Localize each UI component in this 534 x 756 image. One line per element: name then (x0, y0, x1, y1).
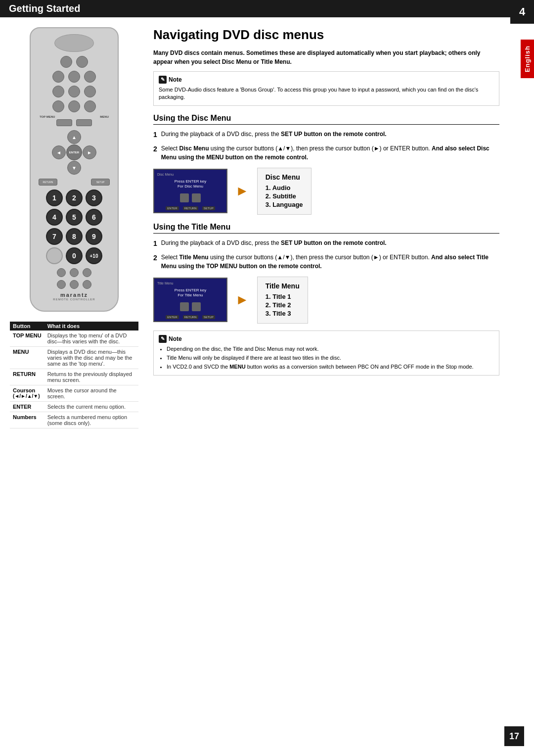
remote-extra-btn[interactable] (83, 268, 91, 277)
num-btn-1[interactable]: 1 (46, 189, 63, 206)
num-btn-0[interactable]: 0 (66, 247, 83, 264)
screen-btn-enter: ENTER (166, 206, 178, 210)
num-btn-8[interactable]: 8 (66, 228, 83, 245)
table-row: TOP MENUDisplays the 'top menu' of a DVD… (10, 331, 138, 347)
num-btn-6[interactable]: 6 (86, 209, 102, 226)
remote-btn-circle[interactable] (60, 56, 72, 68)
screen-btn-return2: RETURN (183, 315, 198, 319)
nav-right-button[interactable]: ► (83, 145, 96, 159)
note-title: ✎ Note (159, 76, 494, 84)
remote-top-buttons-row2 (39, 71, 110, 83)
btn-desc-cell: Displays a DVD disc menu—this varies wit… (44, 347, 138, 369)
remote-top-buttons-row4 (39, 100, 110, 112)
remote-extra-btn[interactable] (83, 280, 91, 289)
section-title: Navigating DVD disc menus (153, 27, 499, 43)
note-icon-bottom: ✎ (159, 335, 167, 343)
btn-name-cell: MENU (10, 347, 44, 369)
screen-icons-row2 (157, 302, 223, 311)
nav-down-button[interactable]: ▼ (67, 161, 81, 175)
remote-btn-circle[interactable] (52, 100, 64, 112)
table-row: NumbersSelects a numbered menu option (s… (10, 412, 138, 428)
remote-extra-btn[interactable] (57, 280, 66, 289)
remote-btn-circle[interactable] (68, 86, 80, 97)
numpad-row-4: 0 +10 (39, 247, 110, 264)
title-menu-demo: Title Menu Press ENTER keyFor Title Menu… (153, 277, 499, 324)
btn-desc-cell: Moves the cursor around the screen. (44, 385, 138, 402)
remote-btn-circle[interactable] (84, 71, 96, 83)
arrow-icon: ► (235, 183, 249, 199)
remote-btn-circle[interactable] (76, 56, 88, 68)
remote-btn-circle[interactable] (84, 86, 96, 97)
top-menu-menu-labels: TOP MENU MENU (39, 115, 110, 118)
remote-btn-circle[interactable] (68, 100, 80, 112)
num-btn-4[interactable]: 4 (46, 209, 63, 226)
remote-extra-btn[interactable] (57, 268, 66, 277)
remote-top-oval (54, 34, 94, 52)
step-number: 2 (153, 144, 157, 162)
remote-top-buttons-row3 (39, 86, 110, 97)
title-menu-section-title: Using the Title Menu (153, 223, 499, 234)
bottom-note-item-1: Depending on the disc, the Title and Dis… (167, 345, 494, 354)
step-number: 1 (153, 130, 157, 140)
title-menu-item-2: 2. Title 2 (266, 301, 300, 309)
header-bar: Getting Started (0, 0, 534, 17)
num-btn-7[interactable]: 7 (46, 228, 63, 245)
btn-desc-cell: Displays the 'top menu' of a DVD disc—th… (44, 331, 138, 347)
btn-name-cell: RETURN (10, 369, 44, 385)
disc-menu-result: Disc Menu 1. Audio 2. Subtitle 3. Langua… (257, 168, 312, 215)
remote-btn-circle[interactable] (52, 86, 64, 97)
return-button[interactable]: RETURN (39, 179, 57, 186)
nav-up-button[interactable]: ▲ (67, 130, 81, 144)
enter-button[interactable]: ENTER (66, 144, 82, 160)
col-header-button: Button (10, 322, 44, 331)
remote-btn-circle[interactable] (52, 71, 64, 83)
title-menu-item-3: 3. Title 3 (266, 310, 300, 317)
disc-step-2: 2 Select Disc Menu using the cursor butt… (153, 144, 499, 162)
btn-name-cell: Courson(◄/►/▲/▼) (10, 385, 44, 402)
screen-prompt: Press ENTER keyFor Disc Menu (157, 179, 223, 189)
arrow-icon-2: ► (235, 292, 249, 308)
table-row: ENTERSelects the current menu option. (10, 402, 138, 412)
btn-desc-cell: Selects the current menu option. (44, 402, 138, 412)
remote-extra-row2 (39, 280, 110, 289)
menu-label: MENU (100, 115, 109, 118)
num-btn-9[interactable]: 9 (86, 228, 102, 245)
title-menu-item-1: 1. Title 1 (266, 293, 300, 300)
btn-name-cell: Numbers (10, 412, 44, 428)
screen-btn-return: RETURN (183, 206, 198, 210)
remote-btn-circle[interactable] (84, 100, 96, 112)
remote-extra-btn[interactable] (70, 280, 79, 289)
screen-icon-1 (180, 193, 189, 202)
right-column: Navigating DVD disc menus Many DVD discs… (153, 27, 524, 428)
setup-button[interactable]: SETUP (91, 179, 110, 186)
note-box-top: ✎ Note Some DVD-Audio discs feature a 'B… (153, 71, 499, 106)
page-number-bottom: 17 (504, 726, 524, 746)
num-btn-plus10[interactable]: +10 (86, 247, 102, 264)
note-label-bottom: Note (169, 335, 182, 343)
nav-left-button[interactable]: ◄ (52, 145, 66, 159)
screen-title-label: Title Menu (157, 282, 223, 285)
step-text: Select Disc Menu using the cursor button… (161, 144, 499, 162)
remote-control: TOP MENU MENU ▲ ◄ ENTER (30, 27, 119, 312)
return-setup-row: RETURN SETUP (39, 179, 110, 186)
disc-menu-section-title: Using the Disc Menu (153, 114, 499, 125)
num-btn-5[interactable]: 5 (66, 209, 83, 226)
screen-btn-enter2: ENTER (166, 315, 178, 319)
english-tab: English (521, 40, 534, 78)
disc-step-1: 1 During the playback of a DVD disc, pre… (153, 130, 499, 140)
bottom-note-item-3: In VCD2.0 and SVCD the MENU button works… (167, 363, 494, 372)
disc-menu-demo: Disc Menu Press ENTER keyFor Disc Menu E… (153, 168, 499, 215)
top-menu-button[interactable] (56, 119, 72, 126)
numpad-row-2: 4 5 6 (39, 209, 110, 226)
screen-icons-row (157, 193, 223, 202)
title-menu-screen: Title Menu Press ENTER keyFor Title Menu… (153, 278, 227, 322)
num-btn-3[interactable]: 3 (86, 189, 102, 206)
cursor-sub-label: (◄/►/▲/▼) (13, 393, 42, 399)
bottom-note-list: Depending on the disc, the Title and Dis… (159, 345, 494, 371)
remote-extra-row1 (39, 268, 110, 277)
menu-button[interactable] (76, 119, 92, 126)
num-btn-2[interactable]: 2 (66, 189, 83, 206)
remote-extra-btn[interactable] (70, 268, 79, 277)
remote-btn-circle[interactable] (68, 71, 80, 83)
top-menu-label: TOP MENU (40, 115, 55, 118)
